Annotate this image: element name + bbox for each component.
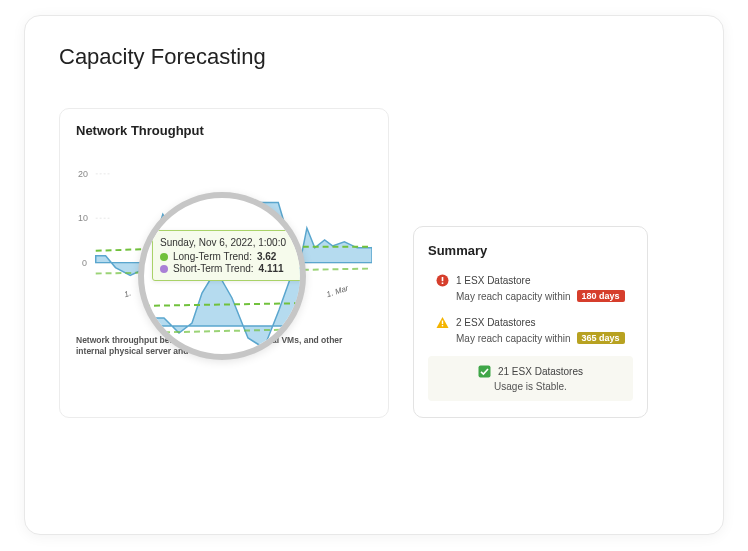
svg-rect-7 xyxy=(442,325,443,326)
critical-icon xyxy=(436,274,449,287)
page-card: Capacity Forecasting Network Throughput … xyxy=(24,15,724,535)
page-title: Capacity Forecasting xyxy=(59,44,689,70)
tooltip-short-label: Short-Term Trend: xyxy=(173,263,254,274)
tooltip-date: Sunday, Nov 6, 2022, 1:00:0 xyxy=(160,237,296,248)
dot-icon-green xyxy=(160,253,168,261)
warning-icon xyxy=(436,316,449,329)
x-tick: 1. Mar xyxy=(325,283,349,299)
check-icon xyxy=(478,365,491,378)
y-tick: 20 xyxy=(78,169,88,179)
summary-card: Summary 1 ESX Datastore May reach capaci… xyxy=(413,226,648,418)
dot-icon-purple xyxy=(160,265,168,273)
svg-rect-6 xyxy=(442,321,443,325)
network-throughput-card: Network Throughput 20 10 0 xyxy=(59,108,389,418)
svg-rect-4 xyxy=(442,277,444,281)
svg-rect-8 xyxy=(478,366,490,378)
magnifier-lens: Sunday, Nov 6, 2022, 1:00:0 Long-Term Tr… xyxy=(138,192,306,360)
tooltip-long-value: 3.62 xyxy=(257,251,276,262)
svg-rect-5 xyxy=(442,282,444,284)
summary-critical-text: May reach capacity within xyxy=(456,291,571,302)
y-tick: 10 xyxy=(78,213,88,223)
tooltip-short-value: 4.111 xyxy=(259,263,284,274)
tooltip-long-term: Long-Term Trend: 3.62 xyxy=(160,251,296,262)
chart-title: Network Throughput xyxy=(76,123,372,138)
chart-area[interactable]: 20 10 0 1. 1. Mar xyxy=(76,148,372,323)
x-tick: 1. xyxy=(123,288,132,299)
summary-warning: 2 ESX Datastores May reach capacity with… xyxy=(428,314,633,346)
content-row: Network Throughput 20 10 0 xyxy=(59,108,689,418)
tooltip-short-term: Short-Term Trend: 4.111 xyxy=(160,263,296,274)
tooltip-long-label: Long-Term Trend: xyxy=(173,251,252,262)
summary-stable-label: 21 ESX Datastores xyxy=(498,366,583,377)
summary-warning-label: 2 ESX Datastores xyxy=(456,317,535,328)
summary-stable-text: Usage is Stable. xyxy=(428,381,633,392)
summary-critical-label: 1 ESX Datastore xyxy=(456,275,530,286)
summary-warning-text: May reach capacity within xyxy=(456,333,571,344)
summary-stable: 21 ESX Datastores Usage is Stable. xyxy=(428,356,633,401)
y-tick: 0 xyxy=(82,258,87,268)
badge-warning: 365 days xyxy=(577,332,625,344)
summary-title: Summary xyxy=(428,243,633,258)
badge-critical: 180 days xyxy=(577,290,625,302)
chart-tooltip: Sunday, Nov 6, 2022, 1:00:0 Long-Term Tr… xyxy=(152,230,304,281)
summary-critical: 1 ESX Datastore May reach capacity withi… xyxy=(428,272,633,304)
